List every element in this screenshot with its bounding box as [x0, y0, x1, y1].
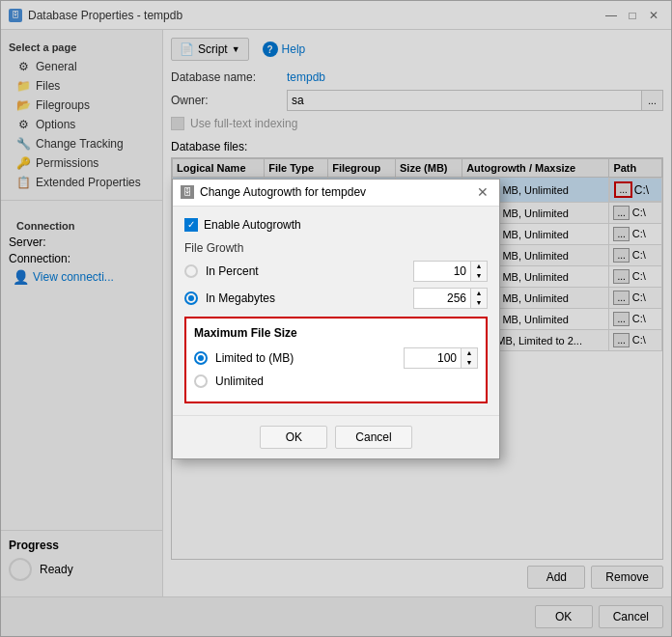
in-percent-row: In Percent ▲ ▼: [184, 261, 488, 282]
modal-body: ✓ Enable Autogrowth File Growth In Perce…: [173, 207, 499, 415]
limited-to-down[interactable]: ▼: [462, 358, 477, 368]
in-megabytes-label: In Megabytes: [206, 291, 406, 305]
limited-to-row: Limited to (MB) ▲ ▼: [194, 347, 478, 369]
in-percent-label: In Percent: [206, 264, 406, 278]
in-percent-input-group: ▲ ▼: [413, 261, 488, 282]
file-growth-section: File Growth In Percent ▲ ▼: [184, 241, 488, 309]
unlimited-row: Unlimited: [194, 374, 478, 388]
in-megabytes-down[interactable]: ▼: [471, 298, 487, 308]
in-percent-input[interactable]: [413, 261, 471, 282]
in-megabytes-row: In Megabytes ▲ ▼: [184, 288, 488, 309]
in-percent-up[interactable]: ▲: [471, 262, 487, 271]
in-megabytes-up[interactable]: ▲: [471, 289, 487, 298]
modal-cancel-button[interactable]: Cancel: [335, 426, 411, 449]
modal-title-icon: 🗄: [181, 185, 194, 199]
in-megabytes-radio[interactable]: [184, 291, 198, 305]
modal-close-button[interactable]: ✕: [474, 183, 491, 201]
limited-to-up[interactable]: ▲: [462, 348, 477, 358]
in-percent-radio[interactable]: [184, 264, 198, 278]
max-file-size-title: Maximum File Size: [194, 326, 478, 340]
modal-overlay: 🗄 Change Autogrowth for tempdev ✕ ✓ Enab…: [1, 1, 671, 636]
in-megabytes-input-group: ▲ ▼: [413, 288, 488, 309]
enable-autogrowth-checkbox[interactable]: ✓: [184, 218, 198, 232]
enable-autogrowth-row: ✓ Enable Autogrowth: [184, 218, 488, 232]
autogrowth-dialog: 🗄 Change Autogrowth for tempdev ✕ ✓ Enab…: [172, 179, 500, 459]
limited-to-radio[interactable]: [194, 351, 208, 365]
in-megabytes-input[interactable]: [413, 288, 471, 309]
enable-autogrowth-label: Enable Autogrowth: [204, 218, 301, 232]
unlimited-radio[interactable]: [194, 374, 208, 388]
modal-title-text: Change Autogrowth for tempdev: [200, 185, 366, 199]
max-file-size-section: Maximum File Size Limited to (MB) ▲ ▼: [184, 317, 488, 403]
in-percent-down[interactable]: ▼: [471, 271, 487, 281]
file-growth-title: File Growth: [184, 241, 488, 255]
modal-ok-button[interactable]: OK: [260, 426, 327, 449]
unlimited-label: Unlimited: [215, 374, 478, 388]
limited-to-label: Limited to (MB): [215, 351, 396, 365]
limited-to-input[interactable]: [404, 347, 462, 369]
limited-to-input-group: ▲ ▼: [404, 347, 478, 369]
modal-title-bar: 🗄 Change Autogrowth for tempdev ✕: [173, 180, 499, 207]
modal-footer: OK Cancel: [173, 415, 499, 458]
